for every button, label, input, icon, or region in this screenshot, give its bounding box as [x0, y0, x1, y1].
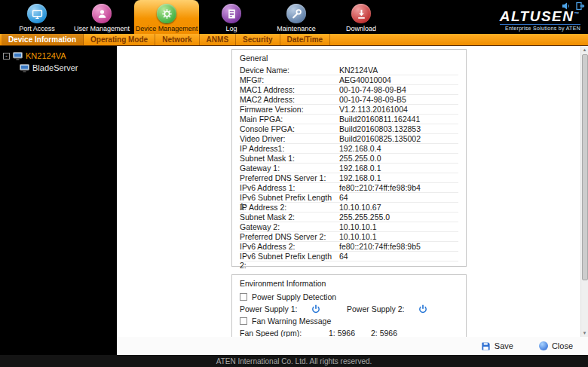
power-supply-status-row: Power Supply 1: Power Supply 2:: [240, 303, 458, 315]
general-row-value: 00-10-74-98-09-B4: [339, 85, 458, 94]
wrench-icon: [286, 4, 306, 23]
user-icon: [92, 4, 112, 23]
tab-security[interactable]: Security: [236, 34, 280, 45]
environment-section: Environment Information Power Supply Det…: [231, 274, 467, 337]
general-row-ipv6-address-2: IPv6 Address 2:fe80::210:74ff:fe98:9b5: [240, 242, 458, 252]
general-row-label: Preferred DNS Server 1:: [240, 173, 339, 182]
general-row-value: KN2124VA: [339, 66, 458, 75]
save-button[interactable]: Save: [481, 341, 513, 351]
general-row-label: Subnet Mask 2:: [240, 213, 339, 222]
tab-network[interactable]: Network: [155, 34, 199, 45]
scroll-up-arrow-icon[interactable]: ▲: [583, 46, 587, 54]
topnav-items: Port AccessUser ManagementDevice Managem…: [5, 0, 394, 34]
general-row-device-name: Device Name:KN2124VA: [240, 66, 458, 75]
general-row-label: Subnet Mask 1:: [240, 154, 339, 163]
nav-item-download[interactable]: Download: [329, 0, 394, 34]
general-row-label: Main FPGA:: [240, 115, 339, 124]
power-supply-1-label: Power Supply 1:: [240, 304, 311, 313]
general-row-label: Gateway 2:: [240, 222, 339, 231]
general-row-value: 64: [339, 252, 458, 261]
tree-item-label: BladeServer: [32, 63, 78, 72]
save-disk-icon: [481, 341, 491, 351]
section-tab-bar: Device InformationOperating ModeNetworkA…: [0, 34, 588, 46]
fan-warning-row: Fan Warning Message: [240, 315, 458, 327]
fan-warning-checkbox[interactable]: [240, 317, 247, 325]
audio-icon[interactable]: [562, 2, 571, 11]
save-button-label: Save: [495, 341, 513, 350]
close-button[interactable]: Close: [539, 341, 573, 350]
nav-item-port-access[interactable]: Port Access: [5, 0, 69, 34]
sidebar-item-kn2124va[interactable]: -KN2124VA: [0, 50, 117, 62]
vertical-scrollbar[interactable]: ▲ ▼: [580, 46, 588, 337]
power-supply-detection-label: Power Supply Detection: [252, 292, 336, 301]
fan-warning-label: Fan Warning Message: [252, 317, 331, 326]
nav-item-user-management[interactable]: User Management: [69, 0, 134, 34]
tab-anms[interactable]: ANMS: [200, 34, 236, 45]
nav-item-label: Port Access: [19, 25, 55, 32]
top-nav-bar: Port AccessUser ManagementDevice Managem…: [0, 0, 588, 34]
general-row-ipv6-address-1: IPv6 Address 1:fe80::210:74ff:fe98:9b4: [240, 183, 458, 193]
device-monitor-icon: [20, 64, 29, 72]
general-row-value: Build20160811.162441: [339, 115, 458, 124]
general-row-label: IP Address 2:: [240, 203, 339, 212]
scroll-down-arrow-icon[interactable]: ▼: [583, 329, 587, 337]
general-row-label: MAC1 Address:: [240, 85, 339, 94]
general-row-value: 192.168.0.4: [339, 144, 458, 153]
fan-speed-1-value: 1: 5966: [329, 329, 371, 337]
general-row-label: IPv6 Subnet Prefix Length 2:: [240, 252, 339, 261]
tab-device-information[interactable]: Device Information: [2, 34, 84, 45]
scrollbar-thumb[interactable]: [582, 54, 588, 280]
general-row-main-fpga: Main FPGA:Build20160811.162441: [240, 115, 458, 124]
monitor-icon: [27, 4, 47, 23]
general-row-value: 64: [339, 193, 458, 202]
tree-expander-icon[interactable]: -: [3, 53, 10, 60]
nav-item-maintenance[interactable]: Maintenance: [264, 0, 329, 34]
general-section: General Device Name:KN2124VAMFG#:AEG4001…: [231, 49, 467, 267]
log-icon: [222, 4, 241, 23]
general-row-value: 10.10.10.1: [339, 222, 458, 231]
general-row-ip-address-2: IP Address 2:10.10.10.67: [240, 203, 458, 213]
general-row-value: fe80::210:74ff:fe98:9b5: [339, 242, 458, 251]
general-row-label: IPv6 Address 1:: [240, 183, 339, 192]
general-row-value: 192.168.0.1: [339, 173, 458, 182]
general-row-label: Preferred DNS Server 2:: [240, 232, 339, 241]
general-row-label: IP Address1:: [240, 144, 339, 153]
nav-item-label: Log: [225, 25, 237, 32]
scroll-content: General Device Name:KN2124VAMFG#:AEG4001…: [117, 46, 580, 337]
device-monitor-icon: [13, 52, 23, 60]
environment-section-title: Environment Information: [240, 277, 458, 291]
general-row-value: 10.10.10.1: [339, 232, 458, 241]
general-row-label: MFG#:: [240, 75, 339, 84]
general-row-label: Console FPGA:: [240, 124, 339, 133]
general-row-preferred-dns-server-2: Preferred DNS Server 2:10.10.10.1: [240, 232, 458, 242]
general-row-value: AEG40010004: [339, 75, 458, 84]
sidebar-item-bladeserver[interactable]: BladeServer: [0, 62, 117, 74]
body: -KN2124VABladeServer General Device Name…: [0, 46, 588, 355]
general-rows: Device Name:KN2124VAMFG#:AEG40010004MAC1…: [240, 66, 458, 261]
power-supply-detection-checkbox[interactable]: [240, 293, 247, 301]
nav-item-label: User Management: [74, 25, 130, 32]
nav-item-label: Device Management: [136, 25, 198, 32]
nav-item-log[interactable]: Log: [199, 0, 264, 34]
logout-icon[interactable]: [576, 2, 585, 11]
general-row-gateway-2: Gateway 2:10.10.10.1: [240, 222, 458, 232]
general-row-label: IPv6 Address 2:: [240, 242, 339, 251]
nav-item-label: Download: [346, 25, 376, 32]
footer-text: ATEN International Co. Ltd. All rights r…: [216, 357, 372, 365]
general-row-value: 192.168.0.1: [339, 164, 458, 173]
footer-bar: ATEN International Co. Ltd. All rights r…: [0, 355, 588, 367]
general-row-label: MAC2 Address:: [240, 95, 339, 104]
device-tree-sidebar: -KN2124VABladeServer: [0, 46, 117, 355]
tab-date-time[interactable]: Date/Time: [280, 34, 331, 45]
brand-tagline: Enterprise Solutions by ATEN: [500, 24, 580, 31]
general-row-mac1-address: MAC1 Address:00-10-74-98-09-B4: [240, 85, 458, 95]
general-row-console-fpga: Console FPGA:Build20160803.132853: [240, 124, 458, 134]
general-row-ip-address1: IP Address1:192.168.0.4: [240, 144, 458, 154]
general-row-label: Firmware Version:: [240, 105, 339, 114]
tab-operating-mode[interactable]: Operating Mode: [84, 34, 155, 45]
nav-item-device-management[interactable]: Device Management: [134, 0, 199, 34]
general-row-value: 255.255.255.0: [339, 213, 458, 222]
general-row-firmware-version: Firmware Version:V1.2.113.20161004: [240, 105, 458, 115]
general-row-gateway-1: Gateway 1:192.168.0.1: [240, 164, 458, 173]
power-supply-1-status-icon: [311, 304, 320, 313]
